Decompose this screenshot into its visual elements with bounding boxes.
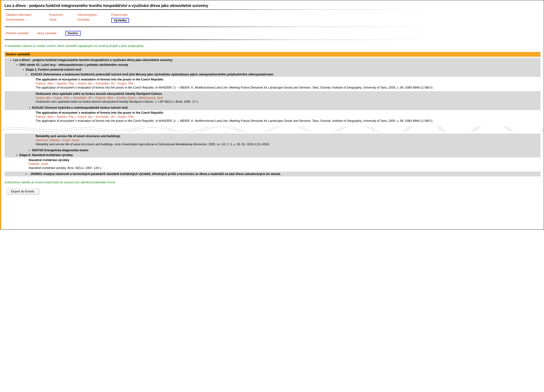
subnav-new-result[interactable]: Nový výsledek: [37, 32, 57, 35]
divider: [5, 9, 540, 10]
publication-block: The application of ecosystem`s evaluatio…: [5, 77, 540, 91]
author-link[interactable]: Vyskot, Ilja: [36, 96, 50, 100]
publication-block: Stavebně truhlářské výrobky Polášek, Jos…: [5, 157, 540, 172]
section-heading: Souhrn výsledků: [5, 52, 540, 57]
pub-title: The application of ecosystem`s evaluatio…: [36, 77, 540, 82]
torn-divider: [1, 126, 544, 132]
author-link[interactable]: Špaček, Filip: [57, 115, 74, 119]
page-title: Les a dřevo - podpora funkčně integrovan…: [5, 4, 540, 8]
author-link[interactable]: Fialová, Jitka: [36, 82, 53, 85]
author-link[interactable]: Vyskot, Ilja: [77, 115, 92, 119]
divider: [5, 40, 540, 40]
nav-contacts[interactable]: Kontakty: [78, 18, 111, 23]
export-note: Zobrazenou tabulku je možné exportovat d…: [5, 181, 540, 184]
pub-authors: Fialová, Jitka -- Špaček, Filip -- Vysko…: [36, 115, 540, 119]
tree-project: Les a dřevo - podpora funkčně integrovan…: [6, 58, 172, 62]
author-link[interactable]: Melicharová, Alice: [139, 96, 163, 100]
author-link[interactable]: Havířová, Zdeňka: [36, 139, 59, 142]
author-link[interactable]: Schneider, Jiří: [73, 96, 92, 100]
subnav-overview[interactable]: Přehled výsledků: [6, 32, 29, 35]
subnav-summary[interactable]: Souhrn: [65, 31, 81, 36]
tree-etapa8: Etapa 8. Stavebně-truhlářské výrobky: [6, 153, 73, 157]
author-link[interactable]: Kupec, Petr: [53, 96, 69, 100]
intro-note: V následující tabulce je uveden souhrn v…: [5, 44, 540, 48]
tree-task-050702-row: 05/07/02 Energetická diagnostika budov: [5, 148, 540, 153]
nav-tasks[interactable]: Úkoly: [49, 18, 78, 23]
tree-task-010101: 01/01/01 Determinace a hodnocení funkční…: [9, 73, 539, 76]
author-link[interactable]: Polášek, Josef: [29, 162, 48, 166]
tree-task-010102-row: 01/01/02 Účinnost hydrické a vodohospodá…: [5, 105, 540, 110]
divider: [5, 27, 540, 27]
pub-title: Stavebně truhlářské výrobky: [29, 158, 540, 162]
author-link[interactable]: Fialová, Jitka: [95, 96, 113, 100]
pub-title: Hodnocení vlivu spárkaté zvěře na funkce…: [36, 92, 540, 96]
pub-citation: Reliability and service life of wood str…: [36, 143, 540, 147]
author-link[interactable]: Schneider, Jiří: [95, 82, 114, 85]
pub-title: The application of ecosystem`s evaluatio…: [36, 111, 540, 115]
nav-results[interactable]: Výsledky: [111, 18, 129, 23]
pub-authors: Havířová, Zdeňka -- Kubů, Pavel: [36, 138, 540, 143]
tree-dilci-row: Dílčí záměr 01: Lužní lesy - obhospodařo…: [5, 62, 540, 67]
author-link[interactable]: Fialová, Jitka: [36, 115, 53, 119]
author-link[interactable]: Kupec, Petr: [118, 82, 134, 85]
pub-citation: The application of ecosystem`s evaluatio…: [36, 86, 540, 90]
nav-workers[interactable]: Pracovníci: [49, 13, 78, 17]
nav-financing[interactable]: Financování: [111, 13, 140, 17]
author-link[interactable]: Vyskot, Ilja: [77, 82, 92, 85]
author-link[interactable]: Kubů, Pavel: [63, 139, 79, 142]
publication-block: The application of ecosystem`s evaluatio…: [5, 110, 540, 125]
tree-project-row: Les a dřevo - podpora funkčně integrovan…: [5, 58, 540, 62]
nav-schedule[interactable]: Harmonogram: [78, 13, 111, 17]
author-link[interactable]: Smítka, David: [117, 96, 136, 100]
publication-block: Reliability and service life of wood str…: [5, 134, 540, 148]
publication-block: Hodnocení vlivu spárkaté zvěře na funkce…: [5, 91, 540, 106]
tree-dilci: Dílčí záměr 01: Lužní lesy - obhospodařo…: [6, 63, 128, 66]
tree-task-050801-row: 05/08/01 Analýza vlastností a technickýc…: [5, 172, 540, 176]
secondary-nav: Přehled výsledků Nový výsledek Souhrn: [6, 31, 540, 36]
tree-task-050801: 05/08/01 Analýza vlastností a technickýc…: [9, 172, 539, 176]
nav-basic-info[interactable]: Základní informace: [6, 13, 49, 17]
tree-etapa1: Etapa 1. Funkční potenciál lužních lesů: [6, 68, 81, 71]
tree-task-010102: 01/01/02 Účinnost hydrické a vodohospodá…: [6, 106, 128, 109]
pub-citation: The application of ecosystem`s evaluatio…: [36, 119, 540, 123]
primary-nav: Základní informace Pracovníci Harmonogra…: [6, 13, 540, 23]
pub-citation: Hodnocení vlivu spárkaté zvěře na funkce…: [36, 100, 540, 104]
pub-authors: Fialová, Jitka -- Špaček, Filip -- Vysko…: [36, 82, 540, 86]
tree-task-010101-row: 01/01/01 Determinace a hodnocení funkční…: [5, 72, 540, 77]
tree-etapa8-row: Etapa 8. Stavebně-truhlářské výrobky: [5, 153, 540, 157]
export-excel-button[interactable]: Export do Excelu: [6, 188, 39, 194]
author-link[interactable]: Špaček, Filip: [57, 82, 74, 85]
pub-authors: Polášek, Josef: [29, 162, 540, 166]
author-link[interactable]: Schneider, Jiří: [95, 115, 114, 119]
tree-etapa1-row: Etapa 1. Funkční potenciál lužních lesů: [5, 67, 540, 72]
pub-title: Reliability and service life of wood str…: [36, 134, 540, 138]
tree-task-050702: 05/07/02 Energetická diagnostika budov: [6, 148, 89, 152]
author-link[interactable]: Kupec, Petr: [118, 115, 134, 119]
pub-citation: Stavebně truhlářské výrobky. Brno: MZLU,…: [29, 166, 540, 170]
pub-authors: Vyskot, Ilja -- Kupec, Petr -- Schneider…: [36, 96, 540, 100]
nav-documentation[interactable]: Dokumentace: [6, 18, 49, 23]
